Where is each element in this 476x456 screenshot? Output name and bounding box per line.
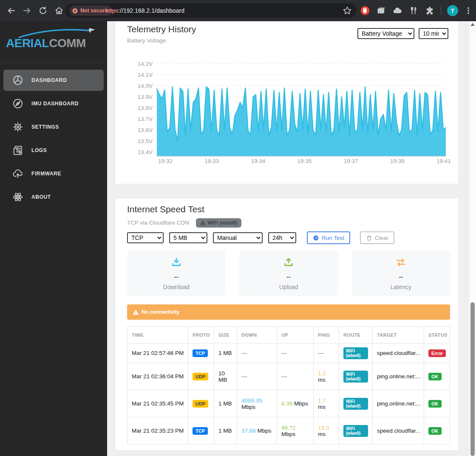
- size-select[interactable]: 5 MB: [169, 232, 207, 243]
- svg-text:19:32: 19:32: [158, 158, 173, 164]
- status-badge: OK: [428, 373, 442, 380]
- cell-time: Mar 21 02:35:23 PM: [128, 417, 188, 445]
- logo: AERIALCOMM: [0, 21, 107, 63]
- telemetry-title: Telemetry History: [127, 24, 196, 34]
- svg-text:13.4V: 13.4V: [138, 149, 153, 155]
- cell-ping: 1.7 ms: [314, 390, 339, 417]
- url-scheme: https: [105, 7, 118, 14]
- status-badge: OK: [428, 400, 442, 408]
- address-bar[interactable]: Not secure https://192.168.2.1/dashboard: [65, 3, 357, 18]
- circle-x-icon: [72, 8, 78, 14]
- page-scrollbar[interactable]: [469, 21, 476, 456]
- telemetry-subtitle: Battery Voltage: [127, 37, 166, 44]
- profile-avatar[interactable]: T: [447, 5, 458, 16]
- cell-up: 46.72 Mbps: [277, 417, 314, 445]
- metric-select[interactable]: Battery Voltage: [357, 28, 414, 39]
- protocol-select[interactable]: TCP: [127, 232, 164, 243]
- warning-triangle-icon: [133, 309, 139, 315]
- svg-text:13.9V: 13.9V: [138, 94, 153, 100]
- svg-text:13.6V: 13.6V: [138, 127, 153, 133]
- cell-size: 1 MB: [214, 343, 237, 363]
- sidebar-item-about[interactable]: ABOUT: [3, 186, 104, 208]
- svg-text:19:41: 19:41: [436, 158, 451, 164]
- stat-value: --: [286, 273, 291, 280]
- proto-badge: TCP: [193, 349, 208, 357]
- trash-icon: [366, 235, 372, 241]
- svg-text:14.0V: 14.0V: [138, 83, 153, 89]
- no-connectivity-banner: No connectivity: [127, 304, 450, 320]
- sidebar: AERIALCOMM DASHBOARDIMU DASHBOARDSETTING…: [0, 21, 107, 456]
- range-select[interactable]: 10 min: [419, 28, 448, 39]
- cell-status: OK: [424, 363, 450, 390]
- stat-value: --: [399, 273, 403, 280]
- cell-status: OK: [424, 417, 450, 445]
- mode-select[interactable]: Manual: [213, 232, 263, 243]
- cell-down: —: [237, 343, 277, 363]
- col-header-down: DOWN: [237, 327, 277, 343]
- svg-text:19:35: 19:35: [298, 158, 312, 164]
- col-header-ping: PING: [314, 327, 339, 343]
- speedtest-card: Internet Speed Test TCP via Cloudflare C…: [115, 198, 459, 451]
- cell-status: OK: [424, 390, 450, 417]
- bookmark-star-icon[interactable]: [342, 6, 352, 16]
- svg-text:14.2V: 14.2V: [138, 62, 153, 67]
- sidebar-item-imu-dashboard[interactable]: IMU DASHBOARD: [3, 93, 104, 114]
- media-window-icon[interactable]: [376, 6, 386, 16]
- table-row: Mar 21 02:57:46 PMTCP1 MB———WiFi (wlan0)…: [128, 343, 450, 363]
- extensions-puzzle-icon[interactable]: [425, 6, 435, 16]
- back-icon[interactable]: [6, 6, 16, 16]
- cell-status: Error: [424, 343, 450, 363]
- table-row: Mar 21 02:36:04 PMUDP10 MB——1.2 msWiFi (…: [128, 363, 450, 390]
- url-rest: ://192.168.2.1/dashboard: [118, 7, 184, 14]
- stat-latency: --Latency: [352, 251, 450, 296]
- cell-proto: TCP: [188, 417, 214, 445]
- svg-text:19:39: 19:39: [390, 158, 405, 164]
- table-row: Mar 21 02:35:45 PMUDP1 MB4089.35 Mbps8.3…: [128, 390, 450, 417]
- cell-proto: TCP: [188, 343, 214, 363]
- clear-button[interactable]: Clear: [360, 231, 394, 244]
- svg-text:13.5V: 13.5V: [138, 138, 153, 144]
- proto-badge: TCP: [193, 427, 208, 435]
- svg-text:19:37: 19:37: [344, 158, 358, 164]
- cell-up: 8.38 Mbps: [277, 390, 314, 417]
- svg-text:13.7V: 13.7V: [138, 116, 153, 122]
- cell-target: speed.cloudflar...: [373, 343, 424, 363]
- svg-text:13.8V: 13.8V: [138, 105, 153, 111]
- sidebar-item-settings[interactable]: SETTINGS: [3, 116, 104, 138]
- browser-toolbar: Not secure https://192.168.2.1/dashboard…: [0, 0, 476, 21]
- cell-ping: 1.2 ms: [314, 363, 339, 390]
- home-icon[interactable]: [54, 6, 64, 16]
- table-row: Mar 21 02:35:23 PMTCP1 MB37.88 Mbps46.72…: [128, 417, 450, 445]
- menu-kebab-icon[interactable]: [464, 6, 473, 16]
- status-badge: OK: [428, 427, 442, 435]
- stat-label: Upload: [279, 284, 298, 290]
- upload-icon: [283, 257, 294, 270]
- cell-down: —: [237, 363, 277, 390]
- sidebar-item-firmware[interactable]: FIRMWARE: [3, 163, 104, 184]
- cloud-icon[interactable]: [392, 6, 402, 16]
- scroll-up-arrow-icon[interactable]: [470, 23, 475, 26]
- sidebar-item-label: LOGS: [31, 147, 47, 153]
- network-hub-icon: [200, 220, 206, 226]
- cell-down: 4089.35 Mbps: [237, 390, 277, 417]
- svg-text:19:33: 19:33: [204, 158, 219, 164]
- cell-ping: 13.0 ms: [314, 417, 339, 445]
- route-badge: WiFi (wlan0): [343, 425, 368, 437]
- route-badge: WiFi (wlan0): [343, 371, 368, 383]
- speedtest-controls: TCP 5 MB Manual 24h Run Test Clear: [127, 231, 394, 244]
- scrollbar-thumb[interactable]: [470, 302, 475, 456]
- forward-icon[interactable]: [22, 6, 32, 16]
- sidebar-item-dashboard[interactable]: DASHBOARD: [3, 70, 104, 91]
- speedometer-icon: [313, 235, 319, 241]
- adblock-hand-icon[interactable]: [360, 6, 370, 16]
- sidebar-item-logs[interactable]: LOGS: [3, 140, 104, 161]
- speedtest-title: Internet Speed Test: [127, 204, 204, 214]
- cell-target: ping.online.net:...: [373, 363, 424, 390]
- dashboard-icon: [12, 74, 24, 86]
- compass-icon: [12, 98, 24, 110]
- col-header-up: UP: [277, 327, 314, 343]
- utensils-icon[interactable]: [408, 6, 419, 16]
- run-test-button[interactable]: Run Test: [307, 231, 350, 244]
- reload-icon[interactable]: [38, 6, 48, 16]
- timerange-select[interactable]: 24h: [268, 232, 296, 243]
